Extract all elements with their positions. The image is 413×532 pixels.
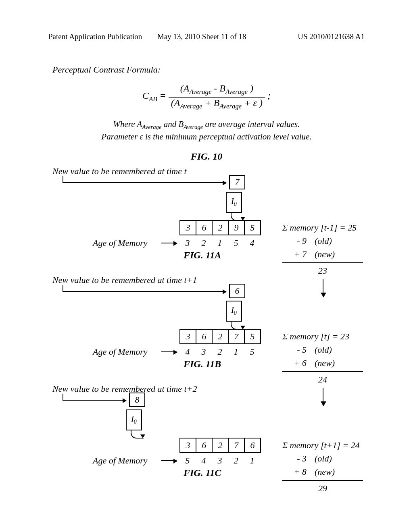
new-value-box: 6 bbox=[229, 284, 245, 298]
sum-block: Σ memory [t+1] = 24- 3(old)+ 8(new)29 bbox=[282, 438, 363, 495]
memory-cell: 5 bbox=[244, 329, 261, 344]
new-value-label: New value to be remembered at time t+2 bbox=[52, 384, 197, 394]
formula-title: Perceptual Contrast Formula: bbox=[52, 64, 389, 75]
age-cell: 2 bbox=[212, 347, 228, 357]
formula-note-line2: Parameter ε is the minimum perceptual ac… bbox=[24, 131, 389, 143]
memory-cell: 3 bbox=[179, 438, 196, 453]
memory-cell: 6 bbox=[196, 438, 213, 453]
age-cell: 5 bbox=[179, 455, 196, 466]
arrow-segment bbox=[63, 285, 63, 291]
memory-cell: 7 bbox=[228, 438, 245, 453]
index-box: I0 bbox=[226, 192, 242, 213]
new-value-box: 7 bbox=[229, 175, 245, 189]
age-of-memory-label: Age of Memory bbox=[93, 347, 148, 357]
memory-cell: 7 bbox=[228, 329, 245, 344]
sum-separator bbox=[282, 262, 363, 263]
index-box: I0 bbox=[126, 409, 142, 430]
figs-container: New value to be remembered at time t7I03… bbox=[24, 166, 389, 505]
sum-new: + 8(new) bbox=[282, 465, 363, 478]
figure-label: FIG. 11C bbox=[184, 468, 221, 478]
formula-tail: ; bbox=[267, 90, 271, 101]
arrow-segment bbox=[161, 243, 177, 243]
age-row: 43215 bbox=[179, 347, 260, 357]
memory-cell: 2 bbox=[212, 329, 229, 344]
content: Perceptual Contrast Formula: CAB = (AAve… bbox=[24, 64, 389, 505]
memory-row: 36276 bbox=[179, 438, 261, 453]
sum-block: Σ memory [t-1] = 25- 9(old)+ 7(new)23 bbox=[282, 221, 363, 277]
arrow-tip bbox=[140, 434, 145, 438]
page: Patent Application Publication May 13, 2… bbox=[0, 0, 413, 532]
age-cell: 1 bbox=[228, 347, 244, 357]
age-cell: 3 bbox=[196, 347, 212, 357]
formula-fraction: (AAverage - BAverage ) (AAverage + BAver… bbox=[169, 83, 265, 110]
age-cell: 5 bbox=[244, 347, 260, 357]
header-right: US 2010/0121638 A1 bbox=[298, 32, 365, 41]
formula-block: CAB = (AAverage - BAverage ) (AAverage +… bbox=[24, 83, 389, 143]
age-cell: 2 bbox=[228, 455, 244, 466]
index-box: I0 bbox=[226, 301, 242, 322]
arrow-segment bbox=[63, 394, 63, 400]
age-cell: 4 bbox=[244, 238, 260, 248]
arrow-segment bbox=[161, 460, 177, 461]
arrow-segment bbox=[161, 351, 177, 352]
formula-eq: CAB = (AAverage - BAverage ) (AAverage +… bbox=[142, 90, 271, 101]
sum-label: Σ memory [t-1] = 25 bbox=[282, 221, 363, 234]
new-value-label: New value to be remembered at time t bbox=[52, 166, 187, 177]
sum-old: - 3(old) bbox=[282, 452, 363, 465]
sum-block: Σ memory [t] = 23- 5(old)+ 6(new)24 bbox=[282, 330, 363, 386]
memory-cell: 6 bbox=[196, 220, 213, 235]
new-value-box: 8 bbox=[129, 393, 145, 407]
fig10-label: FIG. 10 bbox=[24, 151, 389, 162]
memory-cell: 6 bbox=[196, 329, 213, 344]
sum-old: - 5(old) bbox=[282, 343, 363, 356]
age-row: 54321 bbox=[179, 455, 260, 466]
age-cell: 5 bbox=[228, 238, 244, 248]
age-cell: 1 bbox=[212, 238, 228, 248]
memory-cell: 9 bbox=[228, 220, 245, 235]
sum-label: Σ memory [t+1] = 24 bbox=[282, 438, 363, 452]
sum-separator bbox=[282, 371, 363, 372]
sum-old: - 9(old) bbox=[282, 234, 363, 247]
age-cell: 3 bbox=[212, 455, 228, 466]
age-cell: 4 bbox=[179, 347, 196, 357]
memory-row: 36275 bbox=[179, 329, 261, 344]
sum-new: + 6(new) bbox=[282, 356, 363, 370]
arrow-segment bbox=[63, 400, 126, 401]
figure-block: New value to be remembered at time t+16I… bbox=[24, 275, 389, 380]
age-cell: 2 bbox=[196, 238, 212, 248]
memory-cell: 3 bbox=[179, 220, 196, 235]
sum-label: Σ memory [t] = 23 bbox=[282, 330, 363, 343]
age-cell: 4 bbox=[196, 455, 212, 466]
memory-cell: 5 bbox=[244, 220, 261, 235]
figure-label: FIG. 11B bbox=[184, 359, 221, 370]
formula-lhs: C bbox=[142, 90, 149, 101]
age-cell: 3 bbox=[179, 238, 196, 248]
header-mid: May 13, 2010 Sheet 11 of 18 bbox=[157, 32, 246, 41]
memory-cell: 2 bbox=[212, 220, 229, 235]
age-of-memory-label: Age of Memory bbox=[93, 455, 148, 466]
figure-block: New value to be remembered at time t7I03… bbox=[24, 166, 389, 271]
sum-separator bbox=[282, 480, 363, 481]
figure-label: FIG. 11A bbox=[184, 250, 221, 261]
sum-new: + 7(new) bbox=[282, 247, 363, 261]
formula-denominator: (AAverage + BAverage + ε ) bbox=[169, 97, 265, 110]
formula-note: Where AAverage and BAverage are average … bbox=[24, 118, 389, 143]
memory-row: 36295 bbox=[179, 220, 261, 235]
new-value-label: New value to be remembered at time t+1 bbox=[52, 275, 197, 285]
header-left: Patent Application Publication bbox=[48, 32, 142, 41]
age-of-memory-label: Age of Memory bbox=[93, 238, 148, 248]
formula-numerator: (AAverage - BAverage ) bbox=[169, 83, 265, 96]
arrow-segment bbox=[63, 176, 63, 183]
figure-block: New value to be remembered at time t+28I… bbox=[24, 384, 389, 505]
memory-cell: 3 bbox=[179, 329, 196, 344]
arrow-segment bbox=[63, 291, 226, 292]
memory-cell: 2 bbox=[212, 438, 229, 453]
age-cell: 1 bbox=[244, 455, 260, 466]
age-row: 32154 bbox=[179, 238, 260, 248]
arrow-segment bbox=[63, 182, 226, 183]
sum-total: 29 bbox=[282, 482, 363, 495]
memory-cell: 6 bbox=[244, 438, 261, 453]
formula-note-line1: Where AAverage and BAverage are average … bbox=[24, 118, 389, 131]
formula-lhs-sub: AB bbox=[149, 95, 157, 103]
